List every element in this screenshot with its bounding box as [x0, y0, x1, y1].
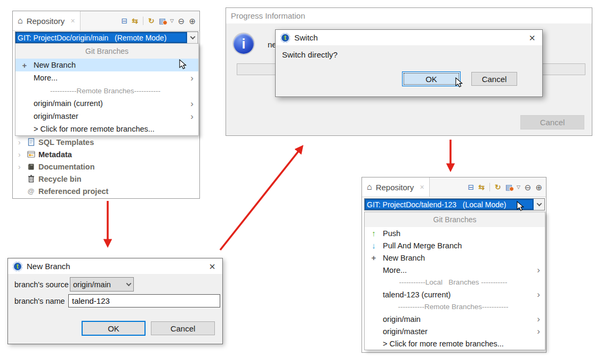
talend-app-icon: t: [13, 262, 22, 271]
close-icon[interactable]: ×: [207, 261, 218, 272]
talend-glyph: t: [284, 34, 286, 42]
close-tab-icon[interactable]: ×: [70, 17, 75, 25]
menu-item-talend-123-current[interactable]: talend-123 (current)›: [365, 288, 545, 301]
tree-item-documentation[interactable]: › Documentation: [14, 160, 198, 173]
menu-item-label: New Branch: [383, 254, 425, 262]
refresh-icon[interactable]: ↻: [148, 17, 155, 25]
menu-item-label: -----------Remote Branches-----------: [50, 87, 160, 95]
submenu-arrow-icon: ›: [537, 265, 542, 274]
referenced-project-icon: @: [27, 187, 35, 195]
dialog-title: Switch: [294, 33, 318, 42]
menu-item-local-branches: -----------Local Branches -----------: [365, 276, 545, 288]
tree-item-label: Metadata: [38, 150, 72, 159]
maximize-icon[interactable]: ⊕: [189, 17, 196, 25]
progress-cancel-button: Cancel: [520, 115, 584, 130]
branch-source-select[interactable]: origin/main: [70, 277, 134, 292]
submenu-arrow-icon: ›: [537, 314, 542, 323]
tab-label: Repository: [27, 17, 65, 26]
expand-icon[interactable]: ›: [18, 139, 23, 146]
tree-item-referenced-project[interactable]: @ Referenced project: [14, 185, 198, 197]
link-with-editor-icon[interactable]: ⇆: [478, 183, 485, 191]
tree-item-metadata[interactable]: › Metadata: [14, 148, 198, 160]
menu-item-label: origin/master: [34, 112, 78, 120]
tab-repository[interactable]: ⌂ Repository ×: [362, 177, 430, 197]
menu-header: Git Branches: [365, 212, 545, 227]
link-with-editor-icon[interactable]: ⇆: [132, 17, 138, 25]
menu-item-label: -----------Local Branches -----------: [399, 278, 507, 286]
branch-combobox-value: GIT: ProjectDoc/talend-123 (Local Mode): [365, 199, 534, 210]
repository-tree: › SQL Templates › Metadata › Documentati…: [14, 136, 198, 197]
chevron-down-icon[interactable]: [187, 32, 198, 43]
menu-item-label: Push: [383, 229, 400, 238]
menu-item-click-for-more-remote-branches[interactable]: > Click for more remote branches...: [365, 337, 545, 350]
talend-glyph: t: [17, 263, 19, 270]
menu-item-origin-master[interactable]: origin/master›: [365, 325, 545, 337]
menu-item-new-branch[interactable]: +New Branch: [15, 59, 198, 71]
menu-item-origin-main[interactable]: origin/main›: [365, 313, 545, 325]
tree-item-sql-templates[interactable]: › SQL Templates: [14, 136, 198, 148]
view-menu-icon[interactable]: ▽: [170, 19, 174, 23]
tree-item-label: Documentation: [38, 163, 95, 171]
menu-item-label: -----------Remote Branches-----------: [398, 303, 509, 311]
view-tabbar: ⌂ Repository × ⊟⇆↻▤▽⊖⊕: [362, 177, 546, 197]
branch-source-label: branch's source: [14, 280, 69, 289]
repository-view-remote: ⌂ Repository × ⊟⇆↻▤▽⊖⊕ GIT: ProjectDoc/o…: [12, 11, 200, 199]
close-icon[interactable]: ×: [527, 33, 537, 43]
branch-name-value: talend-123: [72, 296, 110, 305]
tree-item-recycle-bin[interactable]: Recycle bin: [14, 173, 198, 185]
collapse-all-icon[interactable]: ⊟: [468, 183, 474, 191]
plus-icon: +: [365, 253, 383, 262]
filter-table-icon[interactable]: ▤: [505, 183, 512, 191]
menu-item-more[interactable]: More...›: [365, 264, 545, 276]
dialog-title: Progress Information: [231, 11, 305, 20]
menu-item-label: New Branch: [34, 61, 76, 69]
refresh-icon[interactable]: ↻: [495, 183, 501, 191]
filter-table-icon[interactable]: ▤: [159, 17, 166, 25]
branch-name-input[interactable]: talend-123: [68, 294, 220, 308]
menu-item-new-branch[interactable]: +New Branch: [365, 252, 545, 264]
info-icon: i: [234, 34, 254, 54]
switch-dialog: t Switch × Switch directly? OK Cancel: [275, 29, 543, 97]
close-tab-icon[interactable]: ×: [420, 183, 424, 191]
branch-combobox[interactable]: GIT: ProjectDoc/talend-123 (Local Mode): [364, 198, 545, 211]
sql-templates-icon: [27, 138, 35, 146]
menu-item-remote-branches: -----------Remote Branches-----------: [365, 301, 545, 313]
menu-item-pull-and-merge-branch[interactable]: ↓Pull And Merge Branch: [365, 239, 545, 252]
menu-item-label: talend-123 (current): [383, 290, 451, 299]
plus-icon: +: [15, 61, 34, 70]
collapse-all-icon[interactable]: ⊟: [121, 17, 127, 25]
submenu-arrow-icon: ›: [190, 112, 195, 121]
minimize-icon[interactable]: ⊖: [525, 183, 532, 191]
info-glyph: i: [242, 36, 246, 52]
expand-icon[interactable]: ›: [18, 151, 23, 158]
workflow-canvas: ⌂ Repository × ⊟⇆↻▤▽⊖⊕ GIT: ProjectDoc/o…: [0, 0, 603, 364]
menu-item-label: origin/master: [383, 327, 428, 336]
view-menu-icon[interactable]: ▽: [517, 185, 520, 190]
branch-combobox[interactable]: GIT: ProjectDoc/origin/main (Remote Mode…: [15, 31, 198, 44]
up-icon: ↑: [365, 229, 383, 238]
menu-item-push[interactable]: ↑Push: [365, 227, 545, 239]
maximize-icon[interactable]: ⊕: [535, 183, 542, 191]
view-tabbar: ⌂ Repository × ⊟⇆↻▤▽⊖⊕: [13, 11, 199, 31]
menu-item-label: > Click for more remote branches...: [383, 339, 504, 348]
dialog-titlebar: t Switch ×: [276, 30, 542, 45]
chevron-glyph: [536, 201, 542, 206]
expand-icon[interactable]: ›: [18, 163, 23, 171]
menu-item-more[interactable]: More...›: [15, 71, 198, 84]
menu-item-origin-master[interactable]: origin/master›: [15, 110, 198, 123]
menu-item-label: Pull And Merge Branch: [383, 241, 462, 250]
chevron-down-icon[interactable]: [534, 199, 544, 210]
menu-item-click-for-more-remote-branches[interactable]: > Click for more remote branches...: [15, 123, 198, 135]
git-branches-menu: Git Branches ↑Push↓Pull And Merge Branch…: [364, 212, 545, 350]
tab-repository[interactable]: ⌂ Repository ×: [13, 11, 81, 30]
ok-button[interactable]: OK: [82, 321, 146, 336]
menu-item-origin-main-current[interactable]: origin/main (current)›: [15, 97, 198, 110]
minimize-icon[interactable]: ⊖: [178, 17, 185, 25]
cancel-button[interactable]: Cancel: [471, 72, 517, 86]
tree-item-label: SQL Templates: [38, 138, 94, 147]
ok-button[interactable]: OK: [402, 71, 461, 86]
view-toolbar: ⊟⇆↻▤▽⊖⊕: [121, 11, 199, 30]
menu-items: +New BranchMore...›-----------Remote Bra…: [15, 59, 198, 135]
toolbar-separator: [489, 183, 490, 191]
cancel-button[interactable]: Cancel: [151, 321, 215, 335]
